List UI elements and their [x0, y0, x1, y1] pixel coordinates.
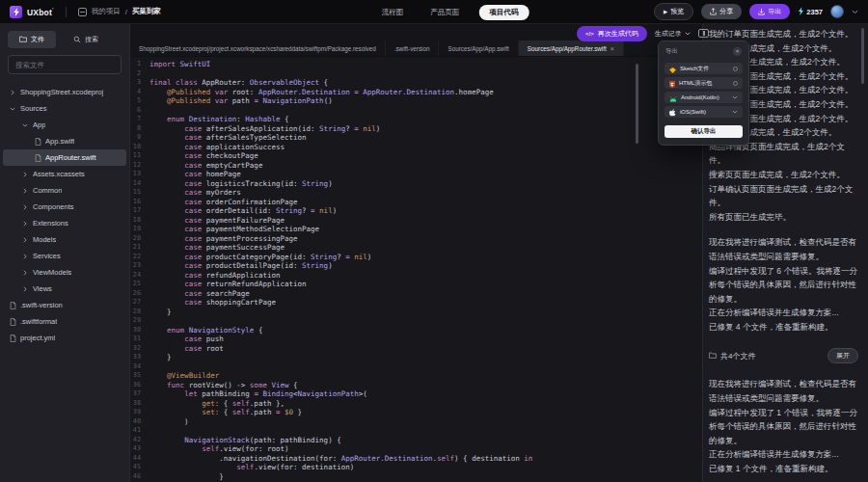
app-logo: UXbot'	[10, 6, 54, 18]
code-line: 32 case root	[130, 344, 702, 354]
code-line: 7 enum Destination: Hashable {	[130, 115, 702, 124]
code-line: 21 case paymentSuccessPage	[130, 243, 702, 253]
close-icon[interactable]: ×	[610, 45, 614, 52]
tree-item-viewmodels[interactable]: ViewModels	[3, 264, 126, 281]
export-option-label: HTML演示包	[679, 79, 712, 88]
line-number: 12	[130, 161, 149, 171]
tree-item-project.yml[interactable]: project.yml	[3, 330, 126, 346]
tree-item-assets.xcassets[interactable]: Assets.xcassets	[3, 166, 126, 182]
line-number: 40	[130, 417, 149, 427]
line-number: 16	[130, 198, 149, 207]
tree-item-label: App	[33, 120, 45, 129]
export-option-html[interactable]: HTML演示包	[665, 77, 743, 89]
assistant-scrollbar[interactable]	[861, 28, 864, 84]
line-number: 35	[130, 371, 149, 381]
code-line: 13 case homePage	[130, 170, 702, 179]
tree-item-views[interactable]: Views	[3, 281, 126, 297]
assistant-header: </> 再次生成代码 生成记录	[577, 26, 709, 40]
share-button[interactable]: 分享	[701, 4, 742, 19]
chat-message: 现在我将进行编译测试，检查代码是否有语法错误或类型问题需要修复。	[709, 377, 858, 405]
editor-tab[interactable]: .swift-version	[386, 40, 440, 56]
breadcrumb-project[interactable]: 我的项目	[92, 7, 121, 16]
export-menu-title: 导出	[665, 47, 678, 56]
tab-flowchart[interactable]: 流程图	[374, 6, 412, 19]
chevron-down-icon[interactable]	[732, 109, 738, 115]
chat-message: 编译过程中发现了 1 个错误，我将逐一分析每个错误的具体原因，然后进行针对性的修…	[709, 406, 858, 448]
line-number: 21	[130, 243, 149, 253]
chevron-down-icon[interactable]	[732, 94, 738, 100]
tab-search[interactable]: 搜索	[62, 31, 110, 48]
chevron-right-icon	[21, 172, 29, 177]
line-number: 41	[130, 426, 149, 436]
folder-icon	[709, 352, 717, 361]
tree-item-label: ViewModels	[33, 268, 71, 277]
expand-button[interactable]: 展开	[827, 348, 858, 363]
tree-item-app.swift[interactable]: App.swift	[3, 133, 126, 149]
radio-icon[interactable]	[733, 67, 738, 71]
export-option-android[interactable]: Android(Kotlin)	[665, 92, 743, 103]
tree-item-label: AppRouter.swift	[45, 153, 96, 162]
code-line: 36 func rootView() -> some View {	[130, 381, 702, 390]
code-line: 18 case paymentFailurePage	[130, 216, 702, 226]
code-line: 5 @Published var path = NavigationPath()	[130, 96, 702, 106]
line-number: 31	[130, 335, 149, 344]
tree-item-components[interactable]: Components	[3, 199, 126, 215]
chat-message: 编译过程中发现了 6 个错误。我将逐一分析每个错误的具体原因，然后进行针对性的修…	[709, 264, 858, 307]
tree-item-app[interactable]: App	[3, 117, 126, 133]
user-avatar[interactable]	[830, 5, 844, 18]
search-input[interactable]	[15, 61, 114, 69]
export-button[interactable]: 导出	[749, 4, 790, 19]
top-bar: UXbot' 我的项目 / 买菜到家 流程图产品页面项目代码 ▶ 预览 分享 导…	[0, 0, 868, 24]
breadcrumb[interactable]: 我的项目 / 买菜到家	[78, 7, 161, 16]
message-gap	[709, 365, 858, 377]
tree-item-services[interactable]: Services	[3, 248, 126, 264]
code-line: 40 )	[130, 417, 702, 427]
chevron-down-icon	[685, 32, 691, 36]
tab-files[interactable]: 文件	[8, 31, 56, 48]
chevron-right-icon	[21, 188, 29, 194]
line-number: 4	[130, 88, 149, 97]
tab-project-code[interactable]: 项目代码	[478, 5, 529, 20]
chevron-right-icon	[21, 237, 29, 243]
code-line: 37 let pathBinding = Binding<NavigationP…	[130, 389, 702, 399]
tree-item-extensions[interactable]: Extensions	[3, 215, 126, 231]
editor-tab[interactable]: Sources/App/App.swift	[439, 40, 518, 56]
radio-icon[interactable]	[733, 81, 738, 86]
confirm-export-button[interactable]: 确认导出	[665, 125, 743, 138]
tree-item-.swiftformat[interactable]: .swiftformat	[3, 313, 126, 330]
export-option-sketch[interactable]: Sketch文件	[665, 63, 743, 74]
chevron-right-icon	[21, 270, 29, 276]
line-number: 2	[130, 69, 149, 79]
tab-product-pages[interactable]: 产品页面	[422, 6, 467, 19]
export-option-ios[interactable]: iOS(Swift)	[665, 106, 743, 118]
chevron-down-icon[interactable]	[852, 10, 858, 14]
tree-item-approuter.swift[interactable]: AppRouter.swift	[3, 149, 126, 166]
tree-item-sources[interactable]: Sources	[3, 100, 126, 117]
code-line: 11 case checkoutPage	[130, 151, 702, 161]
line-number: 46	[130, 472, 149, 482]
editor-tab[interactable]: ShoppingStreet.xcodeproj/project.xcworks…	[130, 40, 386, 56]
editor-tab-label: ShoppingStreet.xcodeproj/project.xcworks…	[139, 45, 376, 52]
tree-item-shoppingstreet.xcodeproj[interactable]: ShoppingStreet.xcodeproj	[3, 84, 126, 100]
preview-button[interactable]: ▶ 预览	[654, 3, 693, 20]
generation-history-dropdown[interactable]: 生成记录	[655, 29, 691, 39]
tree-item-label: Assets.xcassets	[33, 170, 85, 178]
code-line: 23 case productDetailPage(id: String)	[130, 261, 702, 271]
code-editor: ShoppingStreet.xcodeproj/project.xcworks…	[130, 24, 702, 482]
toggle-panel-icon[interactable]	[698, 29, 709, 38]
tree-item-common[interactable]: Common	[3, 182, 126, 199]
editor-scrollbar[interactable]	[636, 64, 638, 144]
chevron-right-icon	[9, 90, 16, 95]
editor-tab[interactable]: Sources/App/AppRouter.swift×	[519, 40, 624, 56]
breadcrumb-current: 买菜到家	[132, 7, 161, 16]
credits-counter[interactable]: 2357	[798, 7, 823, 17]
line-number: 1	[130, 60, 149, 69]
tree-item-.swift-version[interactable]: .swift-version	[3, 297, 126, 313]
regenerate-code-button[interactable]: </> 再次生成代码	[577, 26, 647, 41]
ios-icon	[669, 103, 676, 120]
code-line: 1import SwiftUI	[130, 60, 702, 69]
close-icon[interactable]: ×	[733, 47, 742, 56]
line-number: 19	[130, 225, 149, 234]
tree-item-models[interactable]: Models	[3, 231, 126, 248]
code-area[interactable]: 1import SwiftUI23final class AppRouter: …	[130, 57, 702, 482]
